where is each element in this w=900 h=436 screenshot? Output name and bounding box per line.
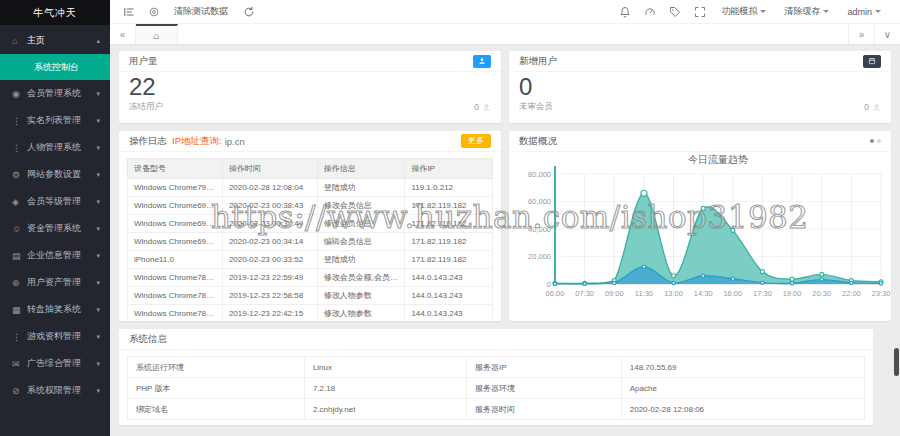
svg-text:11:30: 11:30	[635, 289, 653, 298]
chevron-down-icon: ▾	[96, 333, 100, 341]
table-cell: 修改人物参数	[317, 287, 405, 305]
tag-icon[interactable]	[662, 0, 687, 23]
sidebar-item-enterprise[interactable]: ▤企业信息管理▾	[0, 242, 110, 269]
table-cell: Windows Chrome69.0.3	[128, 197, 223, 215]
chevron-down-icon: ▾	[96, 198, 100, 206]
table-row: Windows Chrome78.0.32019-12-23 22:58:58修…	[128, 287, 493, 305]
overview-header: 数据概况	[509, 131, 891, 152]
card-new-users: 新增用户 0 未审会员 0	[509, 51, 891, 123]
fullscreen-icon[interactable]	[687, 0, 712, 23]
svg-text:16:00: 16:00	[723, 289, 742, 298]
card-title: 用户量	[129, 55, 158, 68]
person-outline-icon	[872, 103, 881, 112]
carousel-dot-active[interactable]	[870, 139, 874, 143]
card-title: 操作日志	[129, 135, 167, 148]
more-button[interactable]: 更多	[461, 134, 491, 148]
sidebar-item-realname[interactable]: ⋮实名列表管理▾	[0, 107, 110, 134]
table-row: Windows Chrome69.0.32020-02-23 00:38:43修…	[128, 197, 493, 215]
mail-icon: ✉	[12, 359, 27, 369]
tabbar-right-controls: » ∨	[848, 24, 900, 44]
table-row: Windows Chrome69.0.32020-02-23 00:37:49修…	[128, 215, 493, 233]
svg-text:20,000: 20,000	[528, 252, 551, 261]
sidebar-item-game-data[interactable]: ⋮游戏资料管理▾	[0, 323, 110, 350]
refresh-icon[interactable]	[236, 0, 261, 23]
sidebar-item-label: 企业信息管理	[27, 249, 96, 262]
home-icon: ⌂	[153, 30, 159, 41]
svg-text:20:30: 20:30	[812, 289, 831, 298]
gauge-icon[interactable]	[637, 0, 662, 23]
sidebar-item-label: 网站参数设置	[27, 168, 96, 181]
collapse-menu-icon[interactable]	[116, 0, 141, 23]
tab-home[interactable]: ⌂	[136, 24, 178, 44]
menu-label: 功能模拟	[721, 5, 757, 18]
chevron-down-icon: ▾	[96, 144, 100, 152]
sidebar-item-members[interactable]: ◉会员管理系统▾	[0, 80, 110, 107]
level-icon: ◈	[12, 197, 27, 207]
stat-row: 用户量 22 冻结用户 0	[119, 51, 891, 123]
table-cell: 2019-12-23 22:42:15	[222, 305, 317, 322]
column-header: 设备型号	[128, 159, 223, 179]
sidebar-item-site-params[interactable]: ⚙网站参数设置▾	[0, 161, 110, 188]
table-cell: Windows Chrome69.0.3	[128, 215, 223, 233]
table-row: Windows Chrome69.0.32020-02-23 00:34:14编…	[128, 233, 493, 251]
table-cell: 2019-12-23 22:58:58	[222, 287, 317, 305]
bell-icon[interactable]	[612, 0, 637, 23]
circle-slash-icon: ⊘	[12, 386, 27, 396]
menu-function-sim[interactable]: 功能模拟	[721, 5, 766, 18]
table-cell: 2020-02-28 12:08:04	[222, 179, 317, 197]
chevron-down-icon	[823, 10, 829, 13]
table-cell: 2020-02-23 00:33:52	[222, 251, 317, 269]
sidebar-item-funds[interactable]: ☺资金管理系统▾	[0, 215, 110, 242]
tabs-dropdown[interactable]: ∨	[874, 24, 900, 44]
carousel-dots	[870, 139, 881, 143]
calendar-badge-icon	[863, 55, 881, 68]
chevron-down-icon: ▾	[96, 387, 100, 395]
sysinfo-table: 系统运行环境Linux服务器IP148.70.55.69PHP 版本7.2.18…	[127, 356, 865, 420]
menu-admin[interactable]: admin	[847, 7, 881, 17]
sidebar-item-ads[interactable]: ✉广告综合管理▾	[0, 350, 110, 377]
tabs-scroll-left[interactable]: «	[110, 24, 136, 44]
table-cell: 171.82.119.182	[405, 215, 493, 233]
logs-table: 设备型号操作时间操作信息操作IP Windows Chrome79.0.3202…	[127, 158, 493, 321]
card-user-count-header: 用户量	[119, 51, 501, 72]
chevron-down-icon: ▾	[96, 252, 100, 260]
frozen-count: 0	[474, 102, 479, 112]
user-badge-icon	[473, 55, 491, 68]
table-cell: 服务器时间	[467, 399, 622, 420]
table-cell: Windows Chrome78.0.3	[128, 305, 223, 322]
menu-clear-cache[interactable]: 清除缓存	[784, 5, 829, 18]
table-cell: 2.cnhjdy.net	[304, 399, 466, 420]
asset-icon: ⊛	[12, 278, 27, 288]
table-cell: 144.0.143.243	[405, 305, 493, 322]
table-cell: 编辑会员信息	[317, 233, 405, 251]
sidebar-item-lottery[interactable]: ▦转盘抽奖系统▾	[0, 296, 110, 323]
table-cell: PHP 版本	[128, 378, 305, 399]
tabs-scroll-right[interactable]: »	[848, 24, 874, 44]
clear-test-data-button[interactable]: 清除测试数据	[174, 5, 228, 18]
table-cell: 系统运行环境	[128, 357, 305, 378]
card-new-users-header: 新增用户	[509, 51, 891, 72]
content: 用户量 22 冻结用户 0	[110, 45, 900, 436]
svg-text:今日流量趋势: 今日流量趋势	[688, 154, 748, 165]
main-area: 清除测试数据 功能模拟 清除缓存	[110, 0, 900, 436]
app-logo: 牛气冲天	[0, 0, 110, 25]
sidebar-subitem-console[interactable]: 系统控制台	[0, 54, 110, 80]
ip-query-link[interactable]: ip.cn	[225, 136, 245, 147]
sidebar-item-member-level[interactable]: ◈会员等级管理▾	[0, 188, 110, 215]
card-title: 系统信息	[129, 333, 167, 346]
grid-icon: ▦	[12, 305, 27, 315]
list-icon: ⋮	[12, 143, 27, 153]
sidebar-item-label: 广告综合管理	[27, 357, 96, 370]
scrollbar-thumb[interactable]	[894, 348, 899, 376]
list-icon: ⋮	[12, 332, 27, 342]
carousel-dot[interactable]	[877, 139, 881, 143]
chevron-down-icon: ▾	[96, 117, 100, 125]
svg-text:40,000: 40,000	[528, 225, 551, 234]
website-icon[interactable]	[141, 0, 166, 23]
sidebar-item-characters[interactable]: ⋮人物管理系统▾	[0, 134, 110, 161]
sidebar-item-permissions[interactable]: ⊘系统权限管理▾	[0, 377, 110, 404]
table-row: 系统运行环境Linux服务器IP148.70.55.69	[128, 357, 865, 378]
sidebar-item-home[interactable]: ⌂主页▴	[0, 27, 110, 54]
sidebar-item-user-assets[interactable]: ⊛用户资产管理▾	[0, 269, 110, 296]
table-cell: Apache	[621, 378, 864, 399]
